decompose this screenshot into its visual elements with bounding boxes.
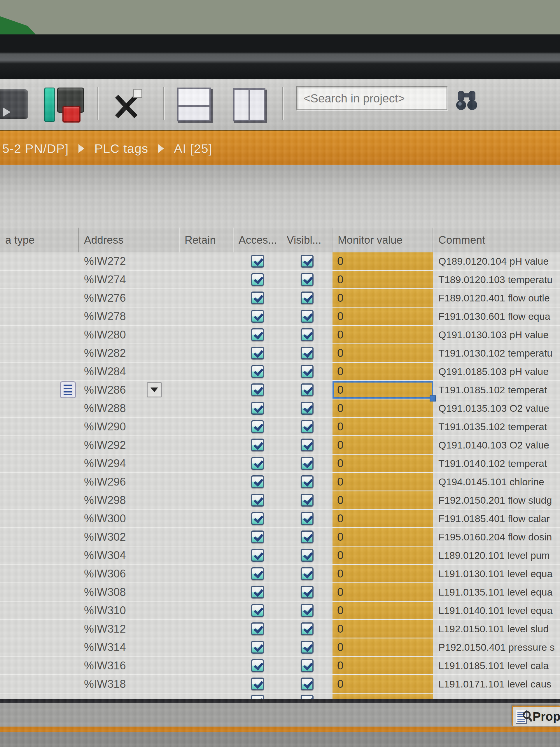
datatype-cell[interactable]	[0, 528, 79, 546]
split-vertical-icon[interactable]	[233, 88, 265, 121]
monitor-value-cell[interactable]: 0	[332, 418, 433, 435]
monitor-value-cell[interactable]: 0	[332, 455, 433, 472]
access-checkbox[interactable]	[251, 291, 264, 304]
monitor-value-cell[interactable]: 0	[332, 546, 433, 564]
monitor-value-cell[interactable]: 0	[332, 565, 433, 583]
visible-checkbox[interactable]	[301, 255, 314, 267]
datatype-cell[interactable]	[0, 418, 79, 435]
table-row[interactable]: %IW282 0 T191.0130.102 temperatu	[0, 344, 560, 363]
comment-cell[interactable]: F191.0185.401 flow calar	[433, 510, 560, 527]
monitor-value-cell[interactable]: 0	[332, 326, 433, 343]
access-checkbox[interactable]	[251, 677, 264, 690]
monitor-value-cell[interactable]: 0	[332, 657, 433, 674]
table-row[interactable]: %IW294 0 T191.0140.102 temperat	[0, 455, 560, 473]
visible-checkbox[interactable]	[301, 273, 314, 286]
address-cell[interactable]: %IW274	[79, 271, 179, 288]
visible-cell[interactable]	[282, 363, 332, 380]
access-cell[interactable]	[233, 528, 282, 546]
visible-cell[interactable]	[282, 510, 332, 527]
datatype-cell[interactable]	[0, 308, 79, 325]
column-header-datatype[interactable]: a type	[0, 228, 79, 252]
datatype-cell[interactable]	[0, 491, 79, 509]
access-checkbox[interactable]	[251, 273, 264, 286]
breadcrumb-item-plc-tags[interactable]: PLC tags	[94, 141, 148, 156]
comment-cell[interactable]: Q191.0185.103 pH value	[433, 363, 560, 380]
access-checkbox[interactable]	[251, 255, 264, 267]
table-row[interactable]: %IW304 0 L189.0120.101 level pum	[0, 546, 560, 565]
visible-checkbox[interactable]	[301, 567, 314, 580]
monitor-value-cell[interactable]: 0	[332, 620, 433, 638]
visible-checkbox[interactable]	[301, 365, 314, 378]
table-row[interactable]: %IW314 0 P192.0150.401 pressure s	[0, 639, 560, 657]
visible-cell[interactable]	[282, 565, 332, 583]
monitor-value-cell[interactable]: 0	[332, 381, 433, 398]
visible-cell[interactable]	[282, 546, 332, 564]
visible-checkbox[interactable]	[301, 622, 314, 635]
comment-cell[interactable]: Q189.0120.104 pH value	[433, 252, 560, 270]
visible-cell[interactable]	[282, 491, 332, 509]
access-cell[interactable]	[233, 289, 282, 307]
table-row[interactable]: %IW290 0 T191.0135.102 temperat	[0, 418, 560, 436]
access-checkbox[interactable]	[251, 457, 264, 470]
access-cell[interactable]	[233, 271, 282, 288]
address-cell[interactable]: %IW300	[79, 510, 179, 527]
datatype-cell[interactable]	[0, 657, 79, 674]
table-row[interactable]: %IW308 0 L191.0135.101 level equa	[0, 583, 560, 602]
comment-cell[interactable]: Q194.0145.101 chlorine	[433, 473, 560, 490]
comment-cell[interactable]: T191.0185.102 temperat	[433, 381, 560, 398]
visible-cell[interactable]	[282, 289, 332, 307]
table-row[interactable]: %IW306 0 L191.0130.101 level equa	[0, 565, 560, 583]
access-cell[interactable]	[233, 308, 282, 325]
table-row[interactable]: %IW286 0 T191.0185.102 temperat	[0, 381, 560, 400]
comment-cell[interactable]: Q191.0135.103 O2 value	[433, 400, 560, 417]
access-checkbox[interactable]	[251, 347, 264, 360]
datatype-cell[interactable]	[0, 602, 79, 619]
visible-checkbox[interactable]	[301, 328, 314, 341]
access-cell[interactable]	[233, 418, 282, 435]
address-cell[interactable]: %IW282	[79, 344, 179, 362]
address-cell[interactable]: %IW298	[79, 491, 179, 509]
comment-cell[interactable]: P192.0150.401 pressure s	[433, 639, 560, 656]
monitor-value-cell[interactable]: 0	[332, 583, 433, 601]
access-checkbox[interactable]	[251, 512, 264, 525]
monitor-value-cell[interactable]: 0	[332, 473, 433, 490]
address-cell[interactable]: %IW292	[79, 436, 179, 454]
datatype-cell[interactable]	[0, 583, 79, 601]
access-cell[interactable]	[233, 583, 282, 601]
access-cell[interactable]	[233, 565, 282, 583]
monitor-value-cell[interactable]: 0	[332, 344, 433, 362]
comment-cell[interactable]: F195.0160.204 flow dosin	[433, 528, 560, 546]
comment-cell[interactable]: Q191.0130.103 pH value	[433, 326, 560, 343]
access-checkbox[interactable]	[251, 494, 264, 507]
table-row[interactable]: %IW296 0 Q194.0145.101 chlorine	[0, 473, 560, 491]
visible-cell[interactable]	[282, 473, 332, 490]
visible-checkbox[interactable]	[301, 659, 314, 672]
access-cell[interactable]	[233, 400, 282, 417]
datatype-cell[interactable]	[0, 620, 79, 638]
address-cell[interactable]: %IW314	[79, 639, 179, 656]
visible-cell[interactable]	[282, 436, 332, 454]
access-cell[interactable]	[233, 510, 282, 527]
monitor-value-cell[interactable]: 0	[332, 363, 433, 380]
visible-cell[interactable]	[282, 657, 332, 674]
window-partial-icon[interactable]	[0, 89, 28, 119]
visible-checkbox[interactable]	[301, 512, 314, 525]
column-header-address[interactable]: Address	[79, 228, 179, 252]
online-status-icon[interactable]	[44, 87, 85, 120]
comment-cell[interactable]: L191.0171.101 level caus	[433, 675, 560, 693]
visible-cell[interactable]	[282, 583, 332, 601]
datatype-cell[interactable]	[0, 326, 79, 343]
datatype-cell[interactable]	[0, 565, 79, 583]
access-cell[interactable]	[233, 455, 282, 472]
datatype-cell[interactable]	[0, 675, 79, 693]
comment-cell[interactable]: L191.0135.101 level equa	[433, 583, 560, 601]
table-row[interactable]: %IW276 0 F189.0120.401 flow outle	[0, 289, 560, 308]
monitor-value-cell[interactable]: 0	[332, 675, 433, 693]
visible-checkbox[interactable]	[301, 641, 314, 654]
address-cell[interactable]: %IW308	[79, 583, 179, 601]
datatype-cell[interactable]	[0, 473, 79, 490]
search-box[interactable]	[296, 86, 447, 110]
visible-checkbox[interactable]	[301, 677, 314, 690]
access-cell[interactable]	[233, 602, 282, 619]
access-checkbox[interactable]	[251, 420, 264, 433]
